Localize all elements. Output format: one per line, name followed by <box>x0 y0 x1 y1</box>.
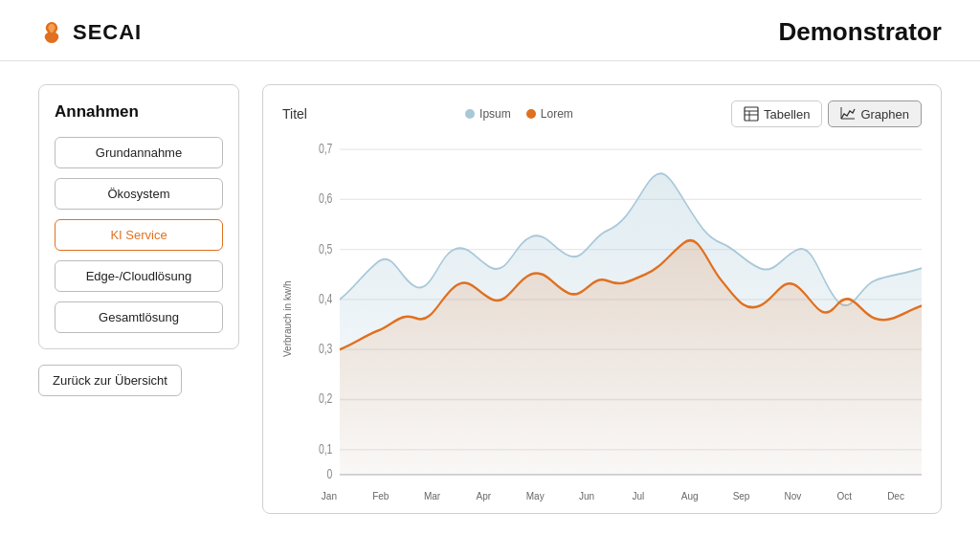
lorem-label: Lorem <box>541 107 573 121</box>
x-label-apr: Apr <box>457 491 509 502</box>
x-label-oct: Oct <box>818 491 870 502</box>
x-label-mar: Mar <box>407 491 458 502</box>
back-button[interactable]: Zurück zur Übersicht <box>38 365 182 396</box>
btn-gesamtloesung[interactable]: Gesamtlösung <box>55 301 223 333</box>
logo: SECAI <box>38 19 142 46</box>
x-label-jan: Jan <box>303 491 355 502</box>
svg-text:0,4: 0,4 <box>319 291 333 306</box>
table-icon <box>744 106 759 122</box>
tab-tabellen[interactable]: Tabellen <box>731 100 822 127</box>
legend-lorem: Lorem <box>526 107 573 121</box>
chart-inner: 0,7 0,6 0,5 0,4 0,3 0,2 0,1 0 <box>303 137 922 502</box>
lorem-dot <box>526 109 536 119</box>
x-label-jul: Jul <box>612 491 664 502</box>
app-header: SECAI Demonstrator <box>0 0 980 61</box>
logo-icon <box>38 19 65 46</box>
chart-wrapper: Verbrauch in kw/h <box>282 137 922 502</box>
ipsum-label: Ipsum <box>479 107 511 121</box>
btn-ki-service[interactable]: KI Service <box>55 219 223 251</box>
x-axis-labels: Jan Feb Mar Apr May Jun Jul Aug Sep Nov … <box>303 487 922 502</box>
btn-grundannahme[interactable]: Grundannahme <box>55 137 223 168</box>
chart-title: Titel <box>282 106 307 122</box>
chart-area: Titel Ipsum Lorem <box>262 84 942 514</box>
line-chart: 0,7 0,6 0,5 0,4 0,3 0,2 0,1 0 <box>303 137 922 487</box>
legend-ipsum: Ipsum <box>465 107 511 121</box>
chart-legend: Ipsum Lorem <box>465 107 573 121</box>
annahmen-box: Annahmen Grundannahme Ökosystem KI Servi… <box>38 84 239 349</box>
svg-text:0,7: 0,7 <box>319 141 333 156</box>
page-title: Demonstrator <box>779 17 942 47</box>
svg-text:0,6: 0,6 <box>319 191 333 207</box>
tab-tabellen-label: Tabellen <box>764 107 810 122</box>
annahmen-title: Annahmen <box>55 102 223 122</box>
x-label-aug: Aug <box>664 491 716 502</box>
svg-text:0,1: 0,1 <box>319 441 333 457</box>
svg-rect-0 <box>745 107 758 121</box>
svg-text:0,5: 0,5 <box>319 241 333 256</box>
tab-graphen[interactable]: Graphen <box>828 100 922 127</box>
svg-text:0,3: 0,3 <box>319 342 333 357</box>
chart-tabs: Tabellen Graphen <box>731 100 922 127</box>
x-label-may: May <box>509 491 561 502</box>
sidebar: Annahmen Grundannahme Ökosystem KI Servi… <box>38 84 239 514</box>
btn-oekosystem[interactable]: Ökosystem <box>55 178 223 210</box>
ipsum-dot <box>465 109 475 119</box>
svg-text:0: 0 <box>327 466 333 481</box>
chart-icon <box>840 106 856 122</box>
x-label-sep: Sep <box>716 491 768 502</box>
x-label-feb: Feb <box>355 491 407 502</box>
y-axis-label: Verbrauch in kw/h <box>282 137 300 502</box>
x-label-dec: Dec <box>870 491 922 502</box>
main-content: Annahmen Grundannahme Ökosystem KI Servi… <box>0 61 980 529</box>
x-label-jun: Jun <box>561 491 612 502</box>
btn-edge-cloud[interactable]: Edge-/Cloudlösung <box>55 260 223 292</box>
logo-text: SECAI <box>73 20 142 45</box>
svg-text:0,2: 0,2 <box>319 391 333 407</box>
chart-header: Titel Ipsum Lorem <box>282 100 922 127</box>
tab-graphen-label: Graphen <box>860 107 909 122</box>
x-label-nov: Nov <box>767 491 818 502</box>
